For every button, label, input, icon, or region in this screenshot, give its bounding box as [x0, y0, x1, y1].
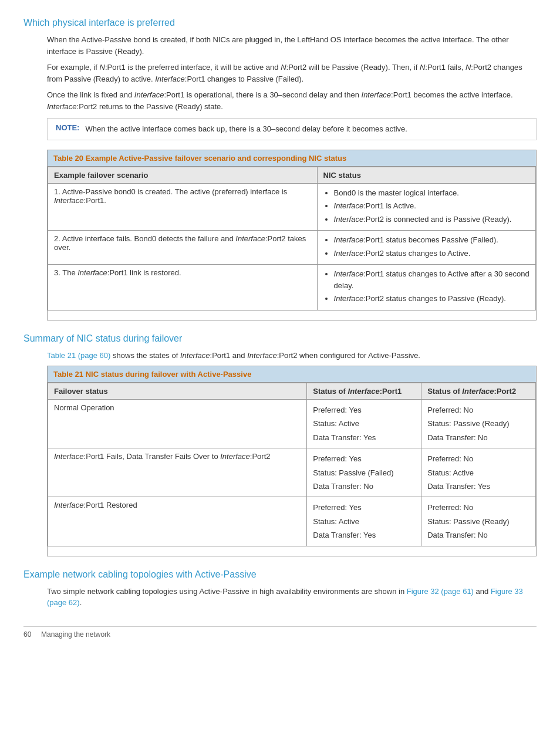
table21-row1-port1: Preferred: YesStatus: ActiveData Transfe… [307, 400, 421, 448]
note-label: NOTE: [56, 123, 79, 132]
footer-text: Managing the network [41, 630, 110, 639]
section-summary-nic: Summary of NIC status during failover Ta… [23, 333, 537, 556]
note-text: When the active interface comes back up,… [85, 123, 407, 135]
table20-row3-scenario: 3. The Interface:Port1 link is restored. [48, 265, 318, 310]
table20-row2-scenario: 2. Active interface fails. Bond0 detects… [48, 231, 318, 265]
table20-row3-nic: Interface:Port1 status changes to Active… [317, 265, 535, 310]
section2-content: Table 21 (page 60) shows the states of I… [47, 350, 537, 556]
footer-page: 60 [23, 630, 31, 639]
table21-link[interactable]: Table 21 (page 60) [47, 351, 110, 360]
table21-title: Table 21 NIC status during failover with… [48, 366, 536, 383]
table21-row3-port2: Preferred: NoStatus: Passive (Ready)Data… [421, 497, 536, 546]
table-row: 2. Active interface fails. Bond0 detects… [48, 231, 536, 265]
section3-heading: Example network cabling topologies with … [23, 569, 537, 580]
table-row: Interface:Port1 Fails, Data Transfer Fai… [48, 448, 536, 497]
table21-col3-header: Status of Interface:Port2 [421, 383, 536, 400]
table21-col1-header: Failover status [48, 383, 307, 400]
table20-row2-nic: Interface:Port1 status becomes Passive (… [317, 231, 535, 265]
section2-heading: Summary of NIC status during failover [23, 333, 537, 344]
section1-para2: For example, if N:Port1 is the preferred… [47, 62, 537, 85]
table21-row1-port2: Preferred: NoStatus: Passive (Ready)Data… [421, 400, 536, 448]
table20-row1-scenario: 1. Active-Passive bond0 is created. The … [48, 183, 318, 231]
table20: Example failover scenario NIC status 1. … [48, 167, 536, 310]
table-row: 3. The Interface:Port1 link is restored.… [48, 265, 536, 310]
table21-row1-status: Normal Operation [48, 400, 307, 448]
section3-content: Two simple network cabling topologies us… [47, 586, 537, 609]
table-row: Normal Operation Preferred: YesStatus: A… [48, 400, 536, 448]
table21: Failover status Status of Interface:Port… [48, 383, 536, 546]
footer: 60 Managing the network [23, 626, 537, 639]
table20-col1-header: Example failover scenario [48, 167, 318, 183]
section1-para1: When the Active-Passive bond is created,… [47, 34, 537, 57]
section1-content: When the Active-Passive bond is created,… [47, 34, 537, 320]
section-which-physical-interface: Which physical interface is preferred Wh… [23, 18, 537, 320]
table21-row2-port1: Preferred: YesStatus: Passive (Failed)Da… [307, 448, 421, 497]
table21-col2-header: Status of Interface:Port1 [307, 383, 421, 400]
table21-row3-status: Interface:Port1 Restored [48, 497, 307, 546]
table21-row2-port2: Preferred: NoStatus: ActiveData Transfer… [421, 448, 536, 497]
figure32-link[interactable]: Figure 32 (page 61) [407, 587, 474, 596]
table-row: 1. Active-Passive bond0 is created. The … [48, 183, 536, 231]
note-box: NOTE: When the active interface comes ba… [47, 118, 537, 140]
table20-row1-nic: Bond0 is the master logical interface. I… [317, 183, 535, 231]
section-example-network-cabling: Example network cabling topologies with … [23, 569, 537, 609]
section1-heading: Which physical interface is preferred [23, 18, 537, 28]
table21-row2-status: Interface:Port1 Fails, Data Transfer Fai… [48, 448, 307, 497]
section3-para: Two simple network cabling topologies us… [47, 586, 537, 609]
table21-row3-port1: Preferred: YesStatus: ActiveData Transfe… [307, 497, 421, 546]
table-row: Interface:Port1 Restored Preferred: YesS… [48, 497, 536, 546]
table20-container: Table 20 Example Active-Passive failover… [47, 150, 537, 320]
section1-para3: Once the link is fixed and Interface:Por… [47, 89, 537, 112]
table21-container: Table 21 NIC status during failover with… [47, 366, 537, 556]
section2-intro: Table 21 (page 60) shows the states of I… [47, 350, 537, 362]
table20-col2-header: NIC status [317, 167, 535, 183]
table20-title: Table 20 Example Active-Passive failover… [48, 150, 536, 167]
